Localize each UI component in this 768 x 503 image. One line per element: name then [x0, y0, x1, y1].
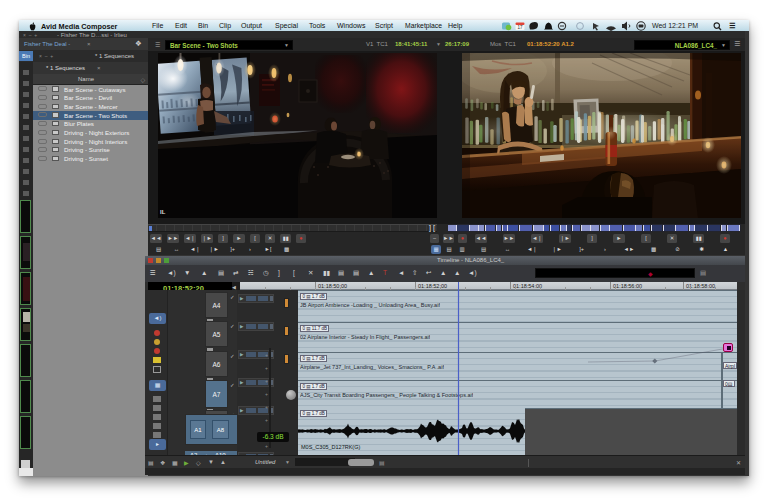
svg-text:17: 17: [517, 25, 523, 30]
